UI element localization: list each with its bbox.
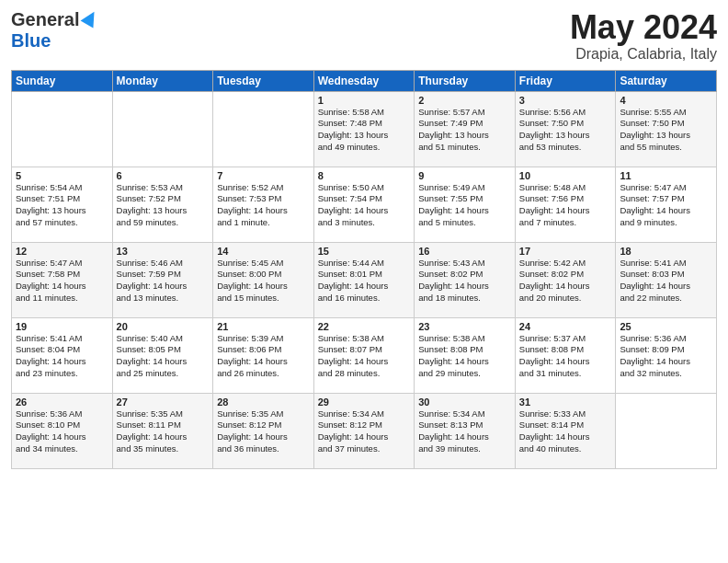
table-row: 17Sunrise: 5:42 AM Sunset: 8:02 PM Dayli… [515, 242, 616, 317]
cell-info: Sunrise: 5:38 AM Sunset: 8:07 PM Dayligh… [318, 333, 411, 380]
cell-info: Sunrise: 5:46 AM Sunset: 7:59 PM Dayligh… [117, 258, 210, 304]
table-row: 18Sunrise: 5:41 AM Sunset: 8:03 PM Dayli… [616, 242, 717, 317]
cell-info: Sunrise: 5:38 AM Sunset: 8:08 PM Dayligh… [418, 333, 511, 380]
table-row: 16Sunrise: 5:43 AM Sunset: 8:02 PM Dayli… [415, 242, 516, 317]
cell-info: Sunrise: 5:58 AM Sunset: 7:48 PM Dayligh… [318, 107, 411, 154]
cell-info: Sunrise: 5:41 AM Sunset: 8:03 PM Dayligh… [620, 258, 712, 304]
cell-info: Sunrise: 5:43 AM Sunset: 8:02 PM Dayligh… [418, 258, 511, 304]
cell-info: Sunrise: 5:49 AM Sunset: 7:55 PM Dayligh… [418, 182, 511, 229]
table-row: 8Sunrise: 5:50 AM Sunset: 7:54 PM Daylig… [313, 167, 415, 242]
day-number: 15 [318, 246, 411, 257]
table-row: 30Sunrise: 5:34 AM Sunset: 8:13 PM Dayli… [415, 393, 516, 468]
table-row: 11Sunrise: 5:47 AM Sunset: 7:57 PM Dayli… [616, 167, 717, 242]
day-number: 25 [620, 321, 712, 332]
cell-info: Sunrise: 5:36 AM Sunset: 8:09 PM Dayligh… [620, 333, 712, 380]
cell-info: Sunrise: 5:45 AM Sunset: 8:00 PM Dayligh… [217, 258, 310, 304]
day-number: 19 [16, 321, 108, 332]
calendar-week-row: 19Sunrise: 5:41 AM Sunset: 8:04 PM Dayli… [12, 317, 717, 393]
table-row: 7Sunrise: 5:52 AM Sunset: 7:53 PM Daylig… [213, 167, 314, 242]
cell-info: Sunrise: 5:40 AM Sunset: 8:05 PM Dayligh… [117, 333, 210, 380]
cell-info: Sunrise: 5:47 AM Sunset: 7:58 PM Dayligh… [16, 258, 108, 304]
cell-info: Sunrise: 5:50 AM Sunset: 7:54 PM Dayligh… [318, 182, 411, 229]
cell-info: Sunrise: 5:39 AM Sunset: 8:06 PM Dayligh… [217, 333, 310, 380]
calendar-week-row: 5Sunrise: 5:54 AM Sunset: 7:51 PM Daylig… [12, 167, 717, 242]
day-number: 27 [117, 396, 210, 408]
day-number: 1 [318, 95, 411, 106]
table-row: 3Sunrise: 5:56 AM Sunset: 7:50 PM Daylig… [515, 91, 616, 167]
day-number: 21 [217, 321, 310, 332]
day-number: 11 [620, 170, 712, 181]
day-number: 28 [217, 396, 310, 408]
table-row: 12Sunrise: 5:47 AM Sunset: 7:58 PM Dayli… [12, 242, 113, 317]
day-number: 31 [519, 396, 612, 408]
day-number: 6 [117, 170, 210, 181]
day-number: 4 [620, 95, 712, 106]
calendar-week-row: 12Sunrise: 5:47 AM Sunset: 7:58 PM Dayli… [12, 242, 717, 317]
col-wednesday: Wednesday [313, 70, 415, 91]
logo: General Blue [11, 9, 96, 52]
col-friday: Friday [515, 70, 616, 91]
col-saturday: Saturday [616, 70, 717, 91]
table-row: 9Sunrise: 5:49 AM Sunset: 7:55 PM Daylig… [415, 167, 516, 242]
cell-info: Sunrise: 5:37 AM Sunset: 8:08 PM Dayligh… [519, 333, 612, 380]
day-number: 17 [519, 246, 612, 257]
table-row: 14Sunrise: 5:45 AM Sunset: 8:00 PM Dayli… [213, 242, 314, 317]
day-number: 13 [117, 246, 210, 257]
header-row: Sunday Monday Tuesday Wednesday Thursday… [12, 70, 717, 91]
cell-info: Sunrise: 5:33 AM Sunset: 8:14 PM Dayligh… [519, 408, 612, 455]
table-row: 25Sunrise: 5:36 AM Sunset: 8:09 PM Dayli… [616, 317, 717, 393]
col-tuesday: Tuesday [213, 70, 314, 91]
calendar-table: Sunday Monday Tuesday Wednesday Thursday… [11, 70, 717, 469]
day-number: 18 [620, 246, 712, 257]
day-number: 30 [418, 396, 511, 408]
table-row [12, 91, 113, 167]
cell-info: Sunrise: 5:56 AM Sunset: 7:50 PM Dayligh… [519, 107, 612, 154]
day-number: 26 [16, 396, 108, 408]
day-number: 3 [519, 95, 612, 106]
table-row [112, 91, 213, 167]
cell-info: Sunrise: 5:34 AM Sunset: 8:13 PM Dayligh… [418, 408, 511, 455]
cell-info: Sunrise: 5:34 AM Sunset: 8:12 PM Dayligh… [318, 408, 411, 455]
day-number: 5 [16, 170, 108, 181]
table-row: 29Sunrise: 5:34 AM Sunset: 8:12 PM Dayli… [313, 393, 415, 468]
day-number: 9 [418, 170, 511, 181]
table-row: 22Sunrise: 5:38 AM Sunset: 8:07 PM Dayli… [313, 317, 415, 393]
day-number: 2 [418, 95, 511, 106]
table-row: 23Sunrise: 5:38 AM Sunset: 8:08 PM Dayli… [415, 317, 516, 393]
table-row [213, 91, 314, 167]
cell-info: Sunrise: 5:41 AM Sunset: 8:04 PM Dayligh… [16, 333, 108, 380]
table-row [616, 393, 717, 468]
table-row: 19Sunrise: 5:41 AM Sunset: 8:04 PM Dayli… [12, 317, 113, 393]
day-number: 24 [519, 321, 612, 332]
cell-info: Sunrise: 5:35 AM Sunset: 8:11 PM Dayligh… [117, 408, 210, 455]
cell-info: Sunrise: 5:55 AM Sunset: 7:50 PM Dayligh… [620, 107, 712, 154]
calendar-location: Drapia, Calabria, Italy [570, 46, 717, 63]
header: General Blue May 2024 Drapia, Calabria, … [11, 9, 717, 63]
table-row: 4Sunrise: 5:55 AM Sunset: 7:50 PM Daylig… [616, 91, 717, 167]
cell-info: Sunrise: 5:52 AM Sunset: 7:53 PM Dayligh… [217, 182, 310, 229]
cell-info: Sunrise: 5:44 AM Sunset: 8:01 PM Dayligh… [318, 258, 411, 304]
table-row: 10Sunrise: 5:48 AM Sunset: 7:56 PM Dayli… [515, 167, 616, 242]
day-number: 22 [318, 321, 411, 332]
col-monday: Monday [112, 70, 213, 91]
logo-arrow-icon [81, 8, 101, 29]
table-row: 26Sunrise: 5:36 AM Sunset: 8:10 PM Dayli… [12, 393, 113, 468]
cell-info: Sunrise: 5:54 AM Sunset: 7:51 PM Dayligh… [16, 182, 108, 229]
cell-info: Sunrise: 5:47 AM Sunset: 7:57 PM Dayligh… [620, 182, 712, 229]
day-number: 12 [16, 246, 108, 257]
logo-general: General [11, 9, 79, 29]
logo-text: General Blue [11, 9, 96, 52]
table-row: 6Sunrise: 5:53 AM Sunset: 7:52 PM Daylig… [112, 167, 213, 242]
cell-info: Sunrise: 5:42 AM Sunset: 8:02 PM Dayligh… [519, 258, 612, 304]
table-row: 28Sunrise: 5:35 AM Sunset: 8:12 PM Dayli… [213, 393, 314, 468]
calendar-container: General Blue May 2024 Drapia, Calabria, … [0, 0, 728, 477]
day-number: 10 [519, 170, 612, 181]
table-row: 24Sunrise: 5:37 AM Sunset: 8:08 PM Dayli… [515, 317, 616, 393]
logo-blue: Blue [11, 30, 51, 51]
day-number: 8 [318, 170, 411, 181]
table-row: 27Sunrise: 5:35 AM Sunset: 8:11 PM Dayli… [112, 393, 213, 468]
table-row: 15Sunrise: 5:44 AM Sunset: 8:01 PM Dayli… [313, 242, 415, 317]
col-thursday: Thursday [415, 70, 516, 91]
table-row: 1Sunrise: 5:58 AM Sunset: 7:48 PM Daylig… [313, 91, 415, 167]
calendar-week-row: 26Sunrise: 5:36 AM Sunset: 8:10 PM Dayli… [12, 393, 717, 468]
